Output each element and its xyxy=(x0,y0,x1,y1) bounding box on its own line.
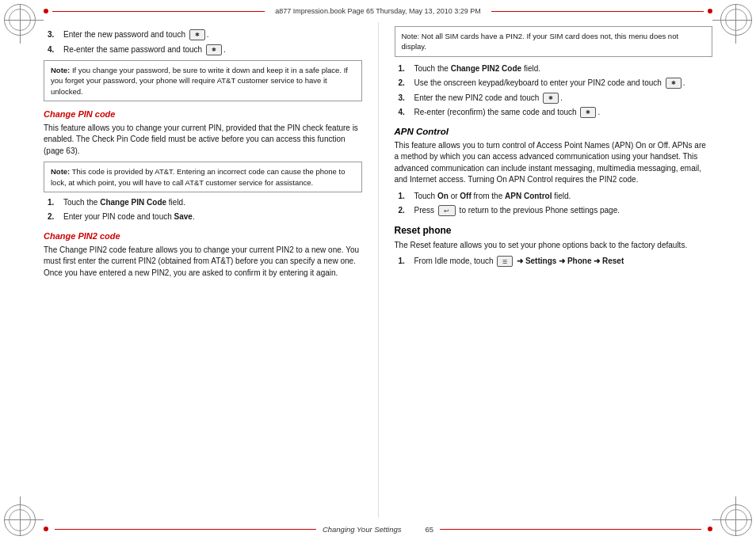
key-icon-1 xyxy=(189,29,205,40)
header-dot-right xyxy=(708,9,712,13)
section-heading-reset: Reset phone xyxy=(395,225,713,236)
key-icon-2 xyxy=(206,44,222,55)
key-icon-5 xyxy=(580,107,596,118)
apn-step-1: 1. Touch On or Off from the APN Control … xyxy=(395,191,713,203)
pin2-step-2: 2. Use the onscreen keypad/keyboard to e… xyxy=(395,78,713,89)
footer-dot-left xyxy=(44,527,48,531)
footer-line-left xyxy=(55,529,316,530)
section-heading-pin2: Change PIN2 code xyxy=(44,231,362,241)
list-item-4: 4. Re-enter the same password and touch … xyxy=(44,44,362,56)
left-column: 3. Enter the new password and touch . 4.… xyxy=(44,22,362,518)
header-line-right xyxy=(491,11,704,12)
section-heading-pin: Change PIN code xyxy=(44,109,362,119)
page-footer: Changing Your Settings 65 xyxy=(0,518,756,540)
pin-step-2: 2. Enter your PIN code and touch Save. xyxy=(44,211,362,223)
back-key-icon: ↩ xyxy=(438,205,456,216)
footer-dot-right xyxy=(708,527,712,531)
pin2-step-4: 4. Re-enter (reconfirm) the same code an… xyxy=(395,107,713,119)
note-box-top: Note: Not all SIM cards have a PIN2. If … xyxy=(395,26,713,57)
section2-para: The Change PIN2 code feature allows you … xyxy=(44,245,362,280)
key-icon-4 xyxy=(543,93,559,104)
header-text: a877 Impression.book Page 65 Thursday, M… xyxy=(269,7,487,15)
footer-page-number: 65 xyxy=(426,525,434,534)
menu-key-icon: ☰ xyxy=(497,256,513,267)
pin-step-1: 1. Touch the Change PIN Code field. xyxy=(44,197,362,209)
footer-line-right xyxy=(440,529,701,530)
section1-para: This feature allows you to change your c… xyxy=(44,123,362,158)
note-text-2: This code is provided by AT&T. Entering … xyxy=(51,167,345,186)
footer-text-left: Changing Your Settings xyxy=(323,525,402,534)
header-line-left xyxy=(52,11,265,12)
note-box-1: Note: If you change your password, be su… xyxy=(44,60,362,101)
main-content: 3. Enter the new password and touch . 4.… xyxy=(44,22,712,518)
note-text-1: If you change your password, be sure to … xyxy=(51,66,348,96)
page: a877 Impression.book Page 65 Thursday, M… xyxy=(0,0,756,540)
apn-para: This feature allows you to turn control … xyxy=(395,140,713,186)
pin2-step-1: 1. Touch the Change PIN2 Code field. xyxy=(395,63,713,75)
list-item-3: 3. Enter the new password and touch . xyxy=(44,29,362,41)
page-header: a877 Impression.book Page 65 Thursday, M… xyxy=(0,0,756,22)
header-dot-left xyxy=(44,9,48,13)
note-top-text: Not all SIM cards have a PIN2. If your S… xyxy=(402,32,679,51)
note-box-2: Note: This code is provided by AT&T. Ent… xyxy=(44,162,362,192)
reset-para: The Reset feature allows you to set your… xyxy=(395,240,713,252)
right-column: Note: Not all SIM cards have a PIN2. If … xyxy=(378,22,713,518)
apn-step-2: 2. Press ↩ to return to the previous Pho… xyxy=(395,205,713,217)
key-icon-3 xyxy=(666,78,682,89)
section-heading-apn: APN Control xyxy=(395,127,713,136)
pin2-step-3: 3. Enter the new PIN2 code and touch . xyxy=(395,93,713,105)
reset-step-1: 1. From Idle mode, touch ☰ ➜ Settings ➜ … xyxy=(395,256,713,268)
